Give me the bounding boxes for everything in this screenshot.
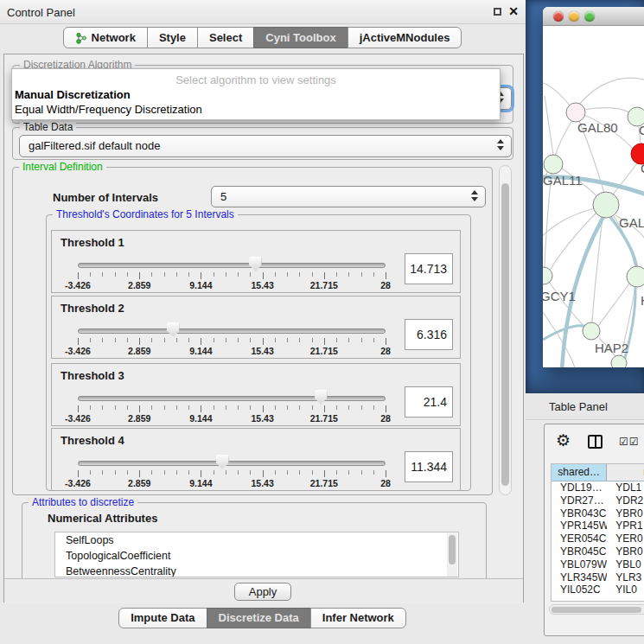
number-of-intervals-combobox[interactable]: 5 bbox=[211, 186, 486, 207]
list-item[interactable]: TopologicalCoefficient bbox=[55, 548, 458, 564]
combo-stepper-icon bbox=[497, 139, 504, 150]
table-row[interactable]: YIL052CYIL0 bbox=[552, 583, 644, 596]
zoom-traffic-light-icon[interactable] bbox=[584, 11, 595, 22]
slider-track[interactable] bbox=[78, 461, 386, 466]
table-row[interactable]: YPR145WYPR1 bbox=[552, 520, 644, 532]
list-scrollbar[interactable] bbox=[447, 533, 457, 577]
node-table[interactable]: shared… n YDL19…YDL1 YDR27…YDR2 YBR043CY… bbox=[551, 463, 644, 602]
close-icon[interactable]: ✕ bbox=[508, 4, 519, 18]
tab-infer-network[interactable]: Infer Network bbox=[310, 608, 406, 628]
table-data-combobox[interactable]: galFiltered.sif default node bbox=[19, 135, 512, 157]
tab-jactivemnodules[interactable]: jActiveMNodules bbox=[348, 27, 462, 48]
table-panel-titlebar: Table Panel bbox=[526, 393, 644, 420]
dropdown-option-equal-width[interactable]: Equal Width/Frequency Discretization bbox=[12, 103, 500, 116]
node-label: HAP2 bbox=[595, 341, 628, 355]
panel-title: Control Panel bbox=[7, 6, 75, 19]
node-label: G bbox=[639, 123, 644, 137]
split-columns-icon[interactable] bbox=[588, 435, 603, 449]
control-panel-titlebar: Control Panel ✕ bbox=[0, 0, 526, 24]
node-gal80[interactable] bbox=[566, 103, 585, 122]
tab-label: Network bbox=[92, 28, 136, 48]
network-graph: GAL80 G C GAL11 GAL4 GCY1 H HAP2 bbox=[543, 27, 644, 367]
node-hap2[interactable] bbox=[583, 322, 600, 340]
threshold-1-value-field[interactable]: 14.713 bbox=[405, 253, 453, 284]
node-label: GAL11 bbox=[543, 173, 583, 188]
group-title: Threshold's Coordinates for 5 Intervals bbox=[53, 208, 238, 220]
tab-style[interactable]: Style bbox=[147, 27, 198, 48]
threshold-3-value-field[interactable]: 21.4 bbox=[405, 386, 453, 418]
network-window-titlebar[interactable] bbox=[543, 7, 644, 26]
slider-track[interactable] bbox=[78, 328, 386, 334]
slider-thumb[interactable] bbox=[249, 257, 262, 271]
control-panel: Control Panel ✕ Network Style Select Cyn… bbox=[0, 0, 526, 644]
node-label: GCY1 bbox=[543, 289, 576, 303]
threshold-4-value-field[interactable]: 11.344 bbox=[405, 451, 453, 482]
slider-thumb[interactable] bbox=[216, 455, 229, 469]
algorithm-dropdown-popup: Select algorithm to view settings Manual… bbox=[11, 68, 501, 120]
list-item[interactable]: SelfLoops bbox=[55, 532, 458, 548]
scrollbar-thumb[interactable] bbox=[552, 607, 641, 613]
apply-button[interactable]: Apply bbox=[234, 583, 291, 601]
table-row[interactable]: YDL19…YDL1 bbox=[552, 481, 644, 494]
node-label: GAL80 bbox=[577, 120, 618, 135]
top-tab-bar: Network Style Select Cyni Toolbox jActiv… bbox=[0, 27, 526, 48]
scrollbar-thumb[interactable] bbox=[501, 183, 509, 486]
group-title: Attributes to discretize bbox=[29, 496, 137, 508]
table-row[interactable]: YLR345WYLR3 bbox=[552, 571, 644, 584]
network-window[interactable]: GAL80 G C GAL11 GAL4 GCY1 H HAP2 bbox=[543, 7, 644, 367]
column-header-shared-name[interactable]: shared… bbox=[552, 464, 607, 481]
float-window-icon[interactable] bbox=[494, 8, 501, 16]
table-panel: ⚙ ☑☑ shared… n YDL19…YDL1 YDR27…YDR2 YBR… bbox=[544, 424, 644, 636]
node-gal4[interactable] bbox=[593, 192, 619, 218]
table-row[interactable]: YBR043CYBR0 bbox=[552, 507, 644, 520]
dropdown-option-manual[interactable]: Manual Discretization bbox=[12, 88, 500, 101]
threshold-4-card: Threshold 4 -3.426 2.859 9.144 15.43 21.… bbox=[51, 428, 461, 491]
node-partial-bottom[interactable] bbox=[611, 355, 627, 367]
apply-bar: Apply bbox=[4, 578, 523, 603]
select-columns-icon[interactable]: ☑☑ bbox=[619, 436, 640, 448]
scrollbar-thumb[interactable] bbox=[449, 535, 456, 564]
network-view-background: GAL80 G C GAL11 GAL4 GCY1 H HAP2 bbox=[526, 0, 644, 393]
table-panel-title: Table Panel bbox=[549, 400, 608, 413]
table-horizontal-scrollbar[interactable] bbox=[549, 604, 644, 615]
network-icon bbox=[75, 32, 87, 44]
combo-stepper-icon bbox=[471, 190, 478, 201]
interval-scrollbar[interactable] bbox=[499, 165, 512, 495]
minimize-traffic-light-icon[interactable] bbox=[569, 11, 579, 22]
bottom-tab-bar: Impute Data Discretize Data Infer Networ… bbox=[0, 608, 526, 628]
column-header-name[interactable]: n bbox=[607, 464, 644, 481]
network-canvas[interactable]: GAL80 G C GAL11 GAL4 GCY1 H HAP2 bbox=[543, 27, 644, 367]
slider-track[interactable] bbox=[78, 263, 386, 268]
node-gcy1[interactable] bbox=[543, 267, 552, 284]
group-title: Interval Definition bbox=[19, 161, 106, 173]
list-item[interactable]: BetweennessCentrality bbox=[55, 564, 458, 577]
table-row[interactable]: YDR27…YDR2 bbox=[552, 494, 644, 507]
table-toolbar: ⚙ ☑☑ bbox=[545, 424, 644, 463]
node-label: GAL4 bbox=[619, 215, 644, 230]
tab-network[interactable]: Network bbox=[63, 27, 148, 48]
node-h[interactable] bbox=[627, 266, 644, 287]
table-row[interactable]: YBR045CYBR0 bbox=[552, 545, 644, 558]
group-title: Table Data bbox=[20, 121, 76, 133]
threshold-2-value-field[interactable]: 6.316 bbox=[405, 319, 453, 350]
tab-cyni-toolbox[interactable]: Cyni Toolbox bbox=[253, 27, 348, 48]
table-row[interactable]: YER054CYER0 bbox=[552, 532, 644, 545]
threshold-1-card: Threshold 1 -3.426 2.859 9.144 15.43 21.… bbox=[51, 230, 461, 293]
table-row[interactable]: YBL079WYBL0 bbox=[552, 558, 644, 571]
slider-thumb[interactable] bbox=[315, 390, 328, 405]
node-label: C bbox=[641, 161, 644, 175]
numerical-attributes-list[interactable]: SelfLoops TopologicalCoefficient Between… bbox=[54, 532, 459, 577]
tab-select[interactable]: Select bbox=[197, 27, 254, 48]
close-traffic-light-icon[interactable] bbox=[553, 11, 564, 22]
right-panel: GAL80 G C GAL11 GAL4 GCY1 H HAP2 Table P… bbox=[526, 0, 644, 644]
tab-discretize-data[interactable]: Discretize Data bbox=[207, 608, 311, 628]
node-gal11[interactable] bbox=[544, 155, 563, 174]
threshold-3-card: Threshold 3 -3.426 2.859 9.144 15.43 21.… bbox=[51, 363, 461, 426]
slider-thumb[interactable] bbox=[167, 322, 180, 337]
dropdown-placeholder: Select algorithm to view settings bbox=[12, 73, 500, 86]
tab-impute-data[interactable]: Impute Data bbox=[118, 608, 207, 628]
cyni-toolbox-content: Discretization Algorithm Select algorith… bbox=[3, 54, 524, 603]
gear-icon[interactable]: ⚙ bbox=[556, 432, 571, 449]
slider-track[interactable] bbox=[78, 396, 386, 401]
app-root: Control Panel ✕ Network Style Select Cyn… bbox=[0, 0, 644, 644]
